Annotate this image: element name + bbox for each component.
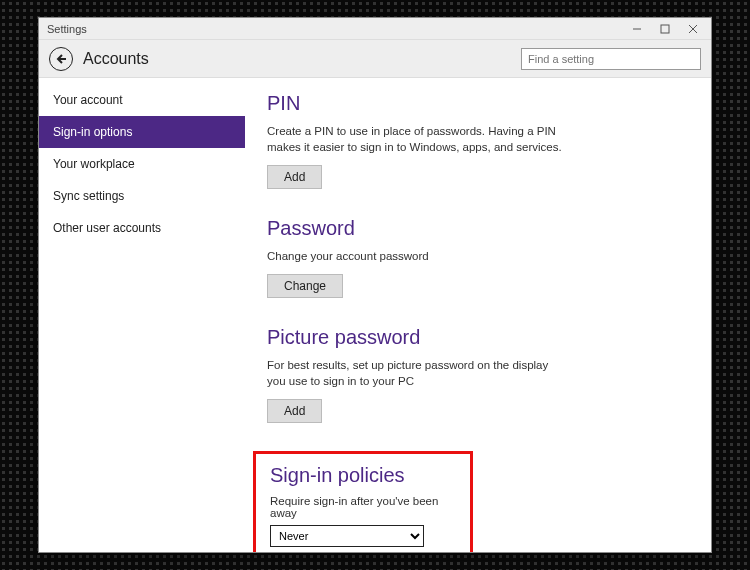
sidebar: Your account Sign-in options Your workpl… — [39, 78, 245, 552]
password-desc: Change your account password — [267, 248, 567, 264]
pin-add-button[interactable]: Add — [267, 165, 322, 189]
titlebar: Settings — [39, 18, 711, 40]
sidebar-item-sync-settings[interactable]: Sync settings — [39, 180, 245, 212]
back-button[interactable] — [49, 47, 73, 71]
svg-rect-1 — [661, 25, 669, 33]
minimize-button[interactable] — [623, 20, 651, 38]
highlight-box: Sign-in policies Require sign-in after y… — [253, 451, 473, 552]
section-picture-password: Picture password For best results, set u… — [267, 326, 689, 423]
pin-desc: Create a PIN to use in place of password… — [267, 123, 567, 155]
window-title: Settings — [47, 23, 87, 35]
section-pin: PIN Create a PIN to use in place of pass… — [267, 92, 689, 189]
content: Your account Sign-in options Your workpl… — [39, 78, 711, 552]
sidebar-item-other-user-accounts[interactable]: Other user accounts — [39, 212, 245, 244]
close-button[interactable] — [679, 20, 707, 38]
settings-window: Settings Accounts Your account Sign-in o… — [38, 17, 712, 553]
picture-add-button[interactable]: Add — [267, 399, 322, 423]
pin-title: PIN — [267, 92, 689, 115]
sidebar-item-sign-in-options[interactable]: Sign-in options — [39, 116, 245, 148]
picture-title: Picture password — [267, 326, 689, 349]
section-password: Password Change your account password Ch… — [267, 217, 689, 298]
sidebar-item-your-account[interactable]: Your account — [39, 84, 245, 116]
main-panel: PIN Create a PIN to use in place of pass… — [245, 78, 711, 552]
picture-desc: For best results, set up picture passwor… — [267, 357, 567, 389]
header: Accounts — [39, 40, 711, 78]
page-title: Accounts — [83, 50, 511, 68]
search-input[interactable] — [521, 48, 701, 70]
password-title: Password — [267, 217, 689, 240]
signin-policies-select[interactable]: Never — [270, 525, 424, 547]
maximize-button[interactable] — [651, 20, 679, 38]
password-change-button[interactable]: Change — [267, 274, 343, 298]
signin-policies-title: Sign-in policies — [270, 464, 456, 487]
signin-policies-label: Require sign-in after you've been away — [270, 495, 456, 519]
sidebar-item-your-workplace[interactable]: Your workplace — [39, 148, 245, 180]
